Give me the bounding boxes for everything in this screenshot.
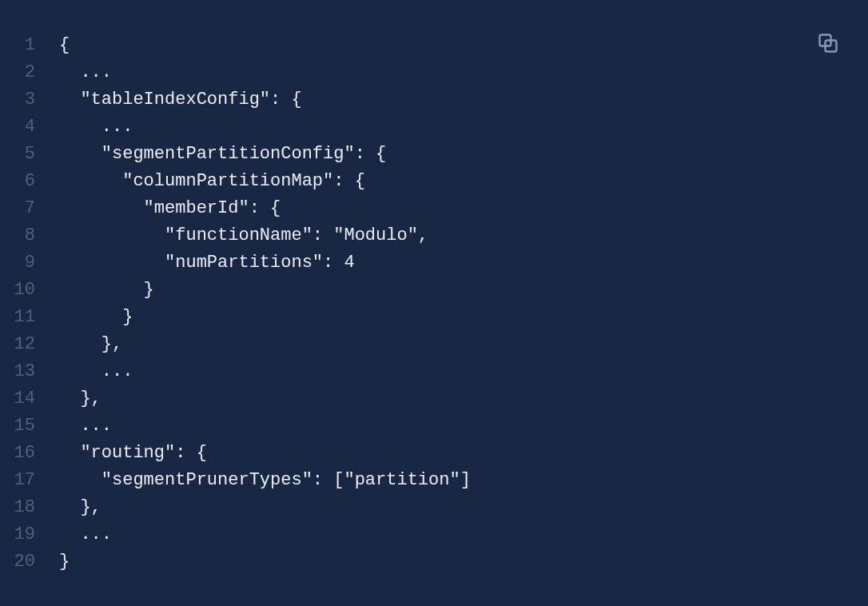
line-number: 6 [25,168,35,195]
code-line: "tableIndexConfig": { [59,86,471,114]
line-number: 1 [25,32,35,59]
code-line: "segmentPartitionConfig": { [59,141,471,168]
code-line: } [59,304,471,331]
copy-icon[interactable] [817,32,839,54]
code-block: 1 2 3 4 5 6 7 8 9 10 11 12 13 14 15 16 1… [0,32,868,576]
code-line: { [59,32,471,59]
code-line: "memberId": { [59,195,471,222]
code-line: ... [59,358,471,385]
line-number: 20 [14,548,35,576]
code-line: } [59,548,471,576]
line-number: 7 [25,195,35,222]
code-line: } [59,277,471,304]
line-number: 5 [25,141,35,168]
code-line: "segmentPrunerTypes": ["partition"] [59,467,471,494]
code-content: { ... "tableIndexConfig": { ... "segment… [50,32,471,576]
line-number: 11 [14,304,35,331]
line-number: 8 [25,222,35,249]
code-line: ... [59,59,471,86]
code-line: "numPartitions": 4 [59,249,471,277]
line-number: 13 [14,358,35,385]
line-number: 2 [25,59,35,86]
code-line: ... [59,413,471,440]
code-line: }, [59,331,471,358]
line-number-gutter: 1 2 3 4 5 6 7 8 9 10 11 12 13 14 15 16 1… [0,32,50,576]
code-line: "routing": { [59,440,471,467]
line-number: 9 [25,249,35,277]
line-number: 14 [14,385,35,413]
code-line: "functionName": "Modulo", [59,222,471,249]
line-number: 17 [14,467,35,494]
code-line: ... [59,521,471,548]
code-line: "columnPartitionMap": { [59,168,471,195]
line-number: 18 [14,494,35,521]
code-line: }, [59,385,471,413]
line-number: 4 [25,114,35,141]
code-line: ... [59,114,471,141]
line-number: 10 [14,277,35,304]
line-number: 3 [25,86,35,114]
line-number: 15 [14,413,35,440]
line-number: 19 [14,521,35,548]
line-number: 16 [14,440,35,467]
line-number: 12 [14,331,35,358]
code-line: }, [59,494,471,521]
